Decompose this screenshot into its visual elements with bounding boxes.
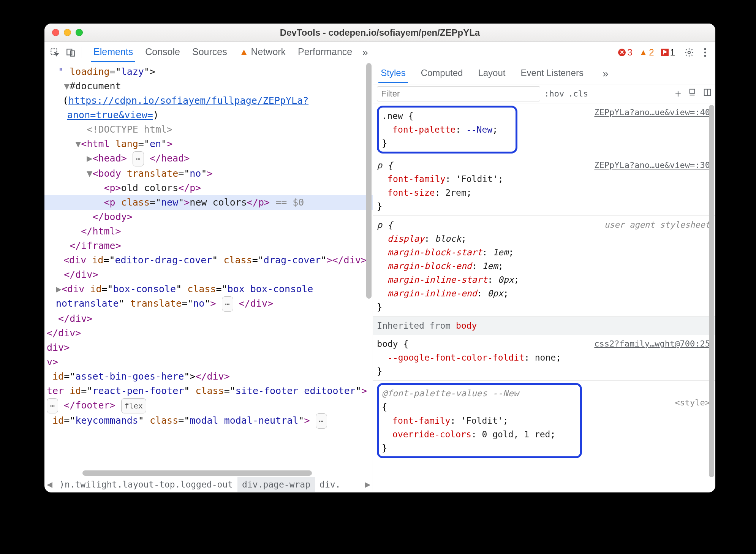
dom-line[interactable]: (https://cdpn.io/sofiayem/fullpage/ZEPpY… [44,93,373,122]
main-toolbar: Elements Console Sources ▲ Network Perfo… [44,42,715,63]
dom-tree[interactable]: " loading="lazy"> ▼#document (https://cd… [44,63,373,470]
crumb-selected[interactable]: div.page-wrap [237,477,315,492]
cls-toggle[interactable]: .cls [568,89,588,98]
tab-computed[interactable]: Computed [419,64,465,83]
dom-line[interactable]: ▼#document [44,79,373,93]
dom-line[interactable]: <div id="editor-drag-cover" class="drag-… [44,253,373,268]
divider [82,47,82,58]
dom-line[interactable]: </div> [44,312,373,326]
issues-count[interactable]: ⚑1 [661,47,675,58]
dom-line[interactable]: <p>old colors</p> [44,181,373,195]
zoom-window-button[interactable] [76,29,83,36]
tab-network-label: Network [251,46,286,57]
tab-sources[interactable]: Sources [190,43,229,62]
warning-icon: ▲ [239,46,249,57]
filter-bar: :hov .cls + [373,84,715,103]
tab-layout[interactable]: Layout [476,64,508,83]
css-rule[interactable]: .new { font-palette: --New; } ZEPpYLa?an… [373,103,715,156]
css-rule[interactable]: body { css2?family…wght@700:25 --google-… [373,335,715,381]
source-label: user agent stylesheet [604,218,710,232]
filter-input[interactable] [377,86,540,101]
dom-line[interactable]: ter id="react-pen-footer" class="site-fo… [44,384,373,413]
main-tabs: Elements Console Sources ▲ Network Perfo… [91,43,354,62]
scrollbar[interactable] [709,105,715,477]
tab-performance[interactable]: Performance [296,43,354,62]
dom-line[interactable]: </body> [44,210,373,224]
breadcrumb-scroll-right-icon[interactable]: ▶ [362,479,373,490]
ellipsis-icon[interactable]: ⋯ [316,413,327,429]
dom-line[interactable]: " loading="lazy"> [44,65,373,79]
breadcrumb-scroll-left-icon[interactable]: ◀ [44,479,55,490]
scrollbar[interactable] [366,63,372,477]
dom-line[interactable]: ▶<head> ⋯ </head> [44,151,373,166]
styles-panel: Styles Computed Layout Event Listeners »… [373,63,715,492]
styles-list: .new { font-palette: --New; } ZEPpYLa?an… [373,103,715,492]
source-link[interactable]: ZEPpYLa?ano…ue&view=:40 [594,106,710,119]
iframe-url-link[interactable]: https://cdpn.io/sofiayem/fullpage/ZEPpYL… [67,95,308,120]
settings-icon[interactable] [682,45,696,60]
source-label: <style> [675,396,710,410]
dom-line[interactable]: ▼<html lang="en"> [44,137,373,151]
tab-network[interactable]: ▲ Network [237,43,288,62]
dom-line[interactable]: </div> [44,326,373,340]
warning-icon: ▲ [639,47,648,57]
svg-point-4 [704,48,706,50]
ellipsis-icon[interactable]: ⋯ [47,398,58,413]
error-icon: ✕ [618,49,626,56]
computed-toggle-icon[interactable] [703,88,712,100]
crumb[interactable]: div. [315,477,345,492]
svg-point-3 [688,51,691,54]
error-count[interactable]: ✕3 [618,47,632,58]
more-tabs-icon[interactable]: » [362,46,368,59]
source-link[interactable]: ZEPpYLa?ano…ue&view=:30 [594,158,710,172]
dom-line[interactable]: ▼<body translate="no"> [44,166,373,181]
svg-rect-7 [690,89,695,93]
flex-badge[interactable]: flex [121,398,146,413]
tab-elements[interactable]: Elements [91,43,135,62]
tab-console[interactable]: Console [143,43,182,62]
minimize-window-button[interactable] [64,29,71,36]
svg-point-5 [704,51,706,53]
dom-line[interactable]: ▶<div id="box-console" class="box box-co… [44,282,373,312]
scroll-thumb[interactable] [366,63,372,299]
dom-line[interactable]: </div> [44,268,373,282]
css-rule[interactable]: p { user agent stylesheet display: block… [373,216,715,317]
inspect-icon[interactable] [47,45,62,60]
dom-line[interactable]: </html> [44,224,373,239]
issues-icon: ⚑ [661,49,669,56]
copy-styles-icon[interactable] [688,88,696,100]
dom-line[interactable]: v> [44,355,373,369]
css-rule[interactable]: @font-palette-values --New { font-family… [373,381,715,461]
sidebar-tabs: Styles Computed Layout Event Listeners » [373,63,715,84]
content: " loading="lazy"> ▼#document (https://cd… [44,63,715,492]
dom-line-selected[interactable]: <p class="new">new colors</p> == $0 [44,195,373,210]
device-toggle-icon[interactable] [63,45,78,60]
window-title: DevTools - codepen.io/sofiayem/pen/ZEPpY… [44,27,715,38]
more-subtabs-icon[interactable]: » [603,68,609,80]
hscroll-thumb[interactable] [82,470,312,476]
traffic-lights [52,29,83,36]
kebab-menu-icon[interactable] [698,45,712,60]
dom-line[interactable]: </iframe> [44,239,373,253]
elements-panel: " loading="lazy"> ▼#document (https://cd… [44,63,373,492]
dom-line[interactable]: <!DOCTYPE html> [44,122,373,137]
tab-styles[interactable]: Styles [378,64,408,83]
warning-count[interactable]: ▲2 [639,47,654,58]
css-rule[interactable]: p { ZEPpYLa?ano…ue&view=:30 font-family:… [373,156,715,216]
ellipsis-icon[interactable]: ⋯ [222,296,233,312]
crumb[interactable]: )n.twilight.layout-top.logged-out [55,477,237,492]
svg-point-6 [704,55,706,57]
hov-toggle[interactable]: :hov [544,89,564,98]
new-rule-icon[interactable]: + [675,88,681,100]
scroll-thumb[interactable] [709,105,714,477]
highlight-box: @font-palette-values --New { font-family… [377,383,582,458]
dom-line[interactable]: id="keycommands" class="modal modal-neut… [44,413,373,429]
dom-line[interactable]: div> [44,340,373,355]
tab-event-listeners[interactable]: Event Listeners [518,64,585,83]
ellipsis-icon[interactable]: ⋯ [133,151,144,166]
source-link[interactable]: css2?family…wght@700:25 [594,337,710,351]
svg-rect-1 [67,49,72,55]
close-window-button[interactable] [52,29,59,36]
dom-line[interactable]: id="asset-bin-goes-here"></div> [44,369,373,384]
svg-rect-2 [71,51,74,56]
